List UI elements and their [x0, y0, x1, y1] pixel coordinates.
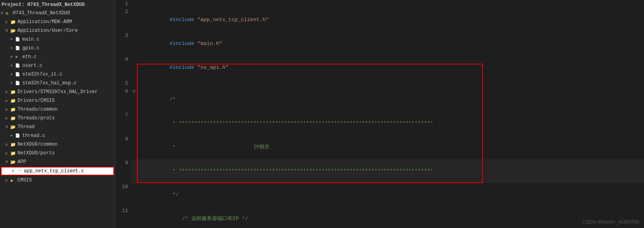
fold-gutter: [131, 135, 137, 159]
file-icon-gpio: 📄: [15, 46, 21, 51]
code-line[interactable]: * **************************************…: [137, 159, 644, 183]
sidebar-label-app: APP: [18, 159, 115, 165]
sidebar-item-netxduo-common[interactable]: ▷ 📁 NetXDUO/common: [0, 140, 115, 149]
expand-icon-nx-ports: ▷: [6, 151, 10, 156]
file-icon-it: 📄: [15, 72, 21, 77]
expand-icon-gpio: +: [10, 46, 15, 51]
sidebar-label-usart-c: usart.c: [22, 63, 115, 68]
folder-icon-nx-common: 📁: [10, 142, 17, 147]
project-header: Project: H743_ThreadX_NetXDUO: [0, 1, 115, 9]
code-line[interactable]: /*: [137, 88, 644, 111]
comment-stars1: * **************************************…: [169, 120, 433, 126]
sidebar-item-gpio-c[interactable]: + 📄 gpio.c: [0, 44, 115, 53]
line-number: 6: [115, 88, 131, 111]
sidebar-item-root[interactable]: ▽ ⚙ H743_ThreadX_NetXDUO: [0, 9, 115, 18]
sidebar-item-stm32-it[interactable]: + 📄 stm32h7xx_it.c: [0, 70, 115, 79]
table-row: 6 ⊟ /*: [115, 88, 644, 111]
code-line[interactable]: * IP相关: [137, 135, 644, 159]
folder-icon-cmsis-d: 📁: [10, 98, 17, 103]
sidebar-label-thread-c: thread.c: [22, 133, 115, 138]
sidebar-label-threadx-prots: Threadx/prots: [18, 115, 115, 121]
sidebar-item-threadx-prots[interactable]: ▷ 📁 Threadx/prots: [0, 114, 115, 123]
file-icon-app-netx: 📄: [17, 169, 23, 173]
expand-icon-hal: ▷: [6, 90, 10, 94]
code-line[interactable]: [137, 80, 644, 88]
sidebar-item-drivers-cmsis[interactable]: ▷ 📁 Drivers/CMSIS: [0, 96, 115, 105]
sidebar-item-usart-c[interactable]: + 📄 usart.c: [0, 61, 115, 70]
sidebar-item-netxduo-ports[interactable]: ▷ 📁 NetXDUO/ports: [0, 149, 115, 158]
table-row: 3 #include "main.h": [115, 32, 644, 56]
sidebar-label-gpio-c: gpio.c: [22, 45, 115, 51]
keyword-include2: #include: [169, 41, 197, 47]
table-row: 2 #include "app_netx_tcp_client.h": [115, 8, 644, 32]
expand-icon-nx-common: ▷: [6, 142, 10, 147]
sidebar-item-thread[interactable]: ▽ 📂 Thread: [0, 123, 115, 131]
sidebar-item-app-folder[interactable]: ▽ 📂 APP: [0, 158, 115, 166]
line-number: 11: [115, 207, 131, 228]
code-line[interactable]: */: [137, 183, 644, 207]
expand-icon-tx-common: ▷: [6, 107, 10, 112]
expand-icon-thread: ▽: [6, 125, 10, 129]
fold-gutter: [131, 111, 137, 135]
fold-gutter: [131, 56, 137, 80]
comment-close: */: [169, 192, 179, 198]
folder-icon-mdk: 📁: [10, 19, 17, 25]
sidebar-item-app-user[interactable]: ▽ 📂 Application/User/Core: [0, 26, 115, 35]
string-main: "main.h": [197, 41, 222, 47]
sidebar-label-hal-msp: stm32h7xx_hal_msp.c: [22, 80, 115, 86]
comment-stars2: * **************************************…: [169, 168, 433, 174]
sidebar-item-eth-c[interactable]: + ✱ eth.c: [0, 53, 115, 61]
code-line[interactable]: * **************************************…: [137, 111, 644, 135]
file-icon-thread-c: 📄: [15, 133, 21, 138]
sidebar-item-app-netx-wrapper: + 📄 app_netx_tcp_client.c: [1, 167, 114, 175]
sidebar-label-drivers-hal: Drivers/STM32H7xx_HAL_Driver: [18, 89, 115, 95]
line-number: 8: [115, 135, 131, 159]
code-line[interactable]: #include "nx_api.h": [137, 56, 644, 80]
comment-ip-label: * IP相关: [169, 144, 270, 150]
string-nx: "nx_api.h": [197, 64, 228, 70]
sidebar-label-eth-c: eth.c: [22, 54, 115, 60]
sidebar-item-app-netx-tcp-client[interactable]: + 📄 app_netx_tcp_client.c: [1, 167, 114, 175]
comment-remote: /* 远程服务器端口和IP */: [169, 216, 248, 222]
expand-icon-cmsis-d: ▷: [6, 98, 10, 103]
sidebar-label-thread: Thread: [18, 124, 115, 130]
expand-icon-eth: +: [10, 55, 15, 59]
folder-icon-tx-prots: 📁: [10, 116, 17, 121]
sidebar-label-user: Application/User/Core: [18, 28, 115, 33]
keyword-include: #include: [169, 17, 197, 23]
sidebar-item-hal-msp[interactable]: + 📄 stm32h7xx_hal_msp.c: [0, 79, 115, 88]
table-row: 9 * ************************************…: [115, 159, 644, 183]
sidebar-item-drivers-hal[interactable]: ▷ 📁 Drivers/STM32H7xx_HAL_Driver: [0, 88, 115, 96]
sidebar-item-cmsis[interactable]: ▷ ◆ CMSIS: [0, 176, 115, 185]
folder-icon-user: 📂: [10, 28, 17, 33]
table-row: 1: [115, 0, 644, 8]
fold-gutter: [131, 32, 137, 56]
expand-icon-mdk: ▷: [6, 19, 10, 24]
sidebar-item-app-mdk[interactable]: ▷ 📁 Application/MDK-ARM: [0, 18, 115, 26]
code-line[interactable]: [137, 0, 644, 8]
comment-open: /*: [169, 96, 176, 102]
expand-icon-main: +: [10, 37, 15, 42]
folder-icon-hal: 📁: [10, 90, 17, 95]
sidebar-item-thread-c[interactable]: + 📄 thread.c: [0, 131, 115, 140]
expand-icon-usart: +: [10, 64, 15, 68]
sidebar-label-mdk: Application/MDK-ARM: [18, 19, 115, 25]
folder-icon-app: 📂: [10, 160, 17, 165]
code-line[interactable]: #include "main.h": [137, 32, 644, 56]
sidebar-label-stm32-it: stm32h7xx_it.c: [22, 72, 115, 77]
fold-gutter: [131, 8, 137, 32]
sidebar-item-main-c[interactable]: + 📄 main.c: [0, 35, 115, 44]
expand-icon-it: +: [10, 72, 15, 77]
table-row: 7 * ************************************…: [115, 111, 644, 135]
sidebar-label-root: H743_ThreadX_NetXDUO: [13, 10, 115, 16]
sidebar-item-threadx-common[interactable]: ▷ 📁 Threadx/common: [0, 105, 115, 114]
fold-gutter[interactable]: ⊟: [131, 88, 137, 111]
fold-gutter: [131, 207, 137, 228]
code-editor[interactable]: 1 2 #include "app_netx_tcp_client.h" 3 #…: [115, 0, 644, 228]
code-line[interactable]: /* 远程服务器端口和IP */: [137, 207, 644, 228]
expand-icon-cmsis: ▷: [6, 178, 10, 183]
code-table: 1 2 #include "app_netx_tcp_client.h" 3 #…: [115, 0, 644, 228]
fold-gutter: [131, 159, 137, 183]
folder-icon-thread: 📂: [10, 125, 17, 130]
code-line[interactable]: #include "app_netx_tcp_client.h": [137, 8, 644, 32]
